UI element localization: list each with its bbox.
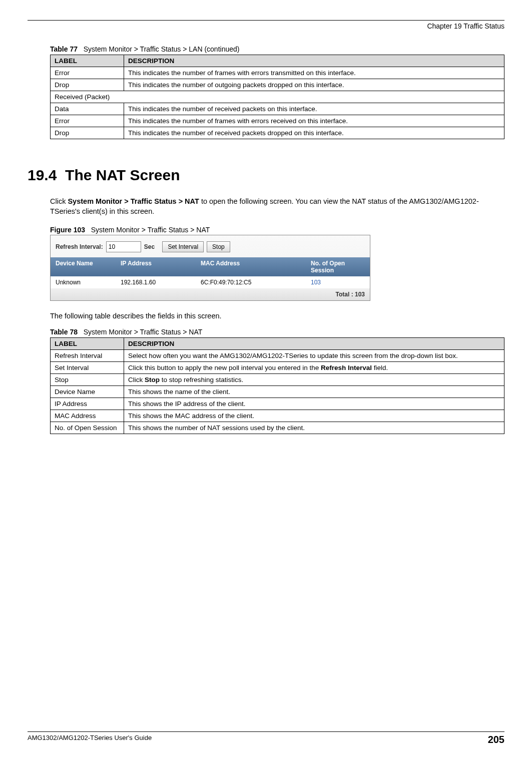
table-cell-label: Stop (51, 374, 124, 386)
table-cell-label: Drop (51, 79, 124, 91)
cell-mac: 6C:F0:49:70:12:C5 (196, 276, 306, 288)
hdr-device: Device Name (51, 257, 116, 276)
cell-device: Unknown (51, 276, 116, 288)
chapter-header: Chapter 19 Traffic Status (28, 22, 504, 30)
nat-screenshot: Refresh Interval: Sec Set Interval Stop … (50, 235, 370, 301)
table-cell-label: MAC Address (51, 410, 124, 422)
table-cell-desc: This indicates the number of frames with… (124, 115, 504, 127)
desc-bold: Refresh Interval (321, 364, 372, 371)
stop-button[interactable]: Stop (207, 241, 230, 252)
table-cell-desc: This indicates the number of received pa… (124, 103, 504, 115)
table-cell-desc: This shows the number of NAT sessions us… (124, 422, 504, 434)
section-intro: Click System Monitor > Traffic Status > … (50, 196, 504, 217)
hdr-mac: MAC Address (196, 257, 306, 276)
table-cell-desc: Click this button to apply the new poll … (124, 362, 504, 374)
table-cell-label: Device Name (51, 386, 124, 398)
table77-caption-prefix: Table 77 (50, 45, 78, 53)
section-number: 19.4 (28, 167, 57, 183)
nat-table-row: Unknown 192.168.1.60 6C:F0:49:70:12:C5 1… (51, 276, 370, 288)
table77-caption-text: System Monitor > Traffic Status > LAN (c… (84, 45, 240, 53)
desc-bold: Stop (145, 376, 160, 384)
desc-post: field. (372, 364, 388, 371)
page-number: 205 (488, 734, 504, 745)
refresh-interval-input[interactable] (106, 241, 141, 252)
page-footer: AMG1302/AMG1202-TSeries User's Guide 205 (28, 731, 504, 745)
table78: LABEL DESCRIPTION Refresh IntervalSelect… (50, 337, 504, 434)
table77-header-desc: DESCRIPTION (124, 55, 504, 67)
nat-table-total: Total : 103 (51, 288, 370, 300)
desc-pre: Click (128, 376, 145, 384)
footer-guide-name: AMG1302/AMG1202-TSeries User's Guide (28, 734, 152, 745)
table-cell-desc: Click Stop to stop refreshing statistics… (124, 374, 504, 386)
table77-caption: Table 77 System Monitor > Traffic Status… (50, 45, 504, 53)
figure-caption-prefix: Figure 103 (50, 226, 85, 234)
table-cell-label: Refresh Interval (51, 350, 124, 362)
table-cell-desc: This shows the name of the client. (124, 386, 504, 398)
figure103-caption: Figure 103 System Monitor > Traffic Stat… (50, 226, 504, 234)
table-cell-label: IP Address (51, 398, 124, 410)
table-cell-label: Error (51, 115, 124, 127)
hdr-ip: IP Address (116, 257, 196, 276)
set-interval-button[interactable]: Set Interval (162, 241, 204, 252)
refresh-interval-label: Refresh Interval: (56, 243, 103, 250)
table-cell-desc: This indicates the number of frames with… (124, 67, 504, 79)
table78-caption-prefix: Table 78 (50, 328, 78, 336)
table-cell-label: Drop (51, 127, 124, 139)
table-cell-desc: This indicates the number of outgoing pa… (124, 79, 504, 91)
sec-label: Sec (144, 243, 155, 250)
table78-header-desc: DESCRIPTION (124, 338, 504, 350)
table-cell-label: Set Interval (51, 362, 124, 374)
table-cell-desc: This shows the MAC address of the client… (124, 410, 504, 422)
table-cell-section: Received (Packet) (51, 91, 504, 103)
table77-header-label: LABEL (51, 55, 124, 67)
section-heading: 19.4 The NAT Screen (28, 167, 504, 184)
cell-ip: 192.168.1.60 (116, 276, 196, 288)
table-cell-desc: This indicates the number of received pa… (124, 127, 504, 139)
after-figure-text: The following table describes the fields… (50, 311, 504, 321)
table-cell-desc: Select how often you want the AMG1302/AM… (124, 350, 504, 362)
table-cell-label: Data (51, 103, 124, 115)
intro-bold: System Monitor > Traffic Status > NAT (68, 197, 199, 205)
table-cell-label: Error (51, 67, 124, 79)
figure-caption-text: System Monitor > Traffic Status > NAT (91, 226, 210, 234)
table77: LABEL DESCRIPTION ErrorThis indicates th… (50, 55, 504, 139)
table-cell-label: No. of Open Session (51, 422, 124, 434)
table78-caption-text: System Monitor > Traffic Status > NAT (84, 328, 203, 336)
desc-pre: Click this button to apply the new poll … (128, 364, 321, 371)
hdr-session: No. of Open Session (306, 257, 370, 276)
table78-header-label: LABEL (51, 338, 124, 350)
table-cell-desc: This shows the IP address of the client. (124, 398, 504, 410)
intro-pre: Click (50, 197, 68, 205)
desc-post: to stop refreshing statistics. (160, 376, 243, 384)
table78-caption: Table 78 System Monitor > Traffic Status… (50, 328, 504, 336)
cell-session-link[interactable]: 103 (306, 276, 370, 288)
section-title-text: The NAT Screen (65, 167, 180, 183)
nat-table-header: Device Name IP Address MAC Address No. o… (51, 257, 370, 276)
